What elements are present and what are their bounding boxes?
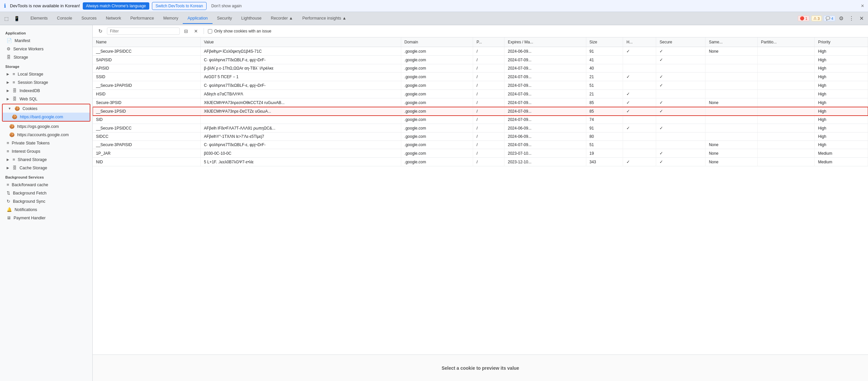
sidebar-item-notifications[interactable]: 🔔 Notifications (0, 205, 92, 214)
table-cell (757, 107, 814, 116)
sidebar-item-session-storage[interactable]: ▶ ≡ Session Storage (0, 78, 92, 86)
table-row[interactable]: SIDCCAFβelhΥ°-1TXΛN lε>7'Λε-ε5Tlμεj7.goo… (93, 133, 868, 141)
sidebar-item-private-state-tokens[interactable]: ≡ Private State Tokens (0, 139, 92, 147)
table-row[interactable]: Secure-3PSIDXθJECMhΨA73nρεσnOθkCCTZ4 ruG… (93, 98, 868, 107)
col-priority[interactable]: Priority (815, 37, 868, 47)
table-cell: 80 (586, 133, 623, 141)
settings-button[interactable]: ⚙ (837, 14, 845, 23)
table-cell (706, 90, 757, 98)
col-value[interactable]: Value (200, 37, 401, 47)
tab-performance[interactable]: Performance (126, 13, 159, 24)
table-cell: 2024-07-09... (504, 98, 586, 107)
table-cell (623, 133, 656, 141)
table-row[interactable]: SID.google.com/2024-07-09...74High (93, 116, 868, 124)
table-cell: 2024-06-09... (504, 47, 586, 56)
back-forward-cache-icon: ≡ (7, 182, 9, 187)
table-cell (706, 133, 757, 141)
table-row[interactable]: __Secure-1PAPISIDC· ψολhprvε7TδεΩBLF-ε, … (93, 81, 868, 90)
table-cell: 2024-07-09... (504, 141, 586, 149)
col-httponly[interactable]: H... (623, 37, 656, 47)
more-options-button[interactable]: ⋮ (847, 14, 856, 23)
refresh-button[interactable]: ↻ (97, 27, 104, 35)
inspect-element-button[interactable]: ⬚ (3, 14, 10, 23)
cookies-icon: 🍪 (14, 106, 20, 111)
table-cell: 91 (586, 124, 623, 133)
clear-filter-button[interactable]: ✕ (192, 28, 199, 35)
tab-performance-insights[interactable]: Performance insights ▲ (298, 13, 351, 24)
table-row[interactable]: APISIDβ-βλN΄ρ ε-1ThΩ,ΩΩAr αη-TBλ΄ lΛρéλκ… (93, 64, 868, 72)
sidebar-section-background-services: Background Services (0, 172, 92, 181)
table-row[interactable]: SSIDAεGD7 5 ΠCEF − 1.google.com/2024-07-… (93, 72, 868, 81)
table-cell (757, 116, 814, 124)
table-cell: / (473, 133, 504, 141)
table-cell: NID (93, 158, 200, 166)
tab-application[interactable]: Application (183, 13, 212, 24)
filter-options-button[interactable]: ⊟ (182, 28, 190, 35)
table-row[interactable]: __Secure-3PSIDCCAFβelhμr• ίCελ0ψκτγΩ1β4S… (93, 47, 868, 56)
preview-placeholder-text: Select a cookie to preview its value (442, 365, 519, 371)
table-row[interactable]: NID5 L+1F. .λεελ0B7λGΨ7-ε•λlε.google.com… (93, 158, 868, 166)
sidebar-item-cookies[interactable]: ▼ 🍪 Cookies (3, 105, 90, 113)
sidebar-item-background-fetch[interactable]: ⇅ Background Fetch (0, 189, 92, 197)
sidebar-item-payment-handler[interactable]: 🖥 Payment Handler (0, 214, 92, 222)
sidebar-item-interest-groups[interactable]: ≡ Interest Groups (0, 147, 92, 155)
sidebar-item-shared-storage[interactable]: ▶ ≡ Shared Storage (0, 155, 92, 164)
expand-icon: ▶ (7, 97, 9, 101)
table-cell (623, 141, 656, 149)
match-language-button[interactable]: Always match Chrome's language (83, 2, 149, 9)
col-partition[interactable]: Partitio... (757, 37, 814, 47)
only-issues-checkbox[interactable] (208, 29, 212, 33)
table-cell: .google.com (401, 98, 473, 107)
close-devtools-button[interactable]: ✕ (858, 14, 865, 23)
sidebar-item-service-workers[interactable]: ⚙ Service Workers (0, 45, 92, 53)
table-row[interactable]: SAPISIDC· ψολhprvε7TδεΩBLF-ε, φρj¬DrF-.g… (93, 56, 868, 64)
sidebar-item-ogs-google[interactable]: 🍪 https://ogs.google.com (0, 122, 92, 130)
col-secure[interactable]: Secure (656, 37, 706, 47)
table-cell: β-βλN΄ρ ε-1ThΩ,ΩΩAr αη-TBλ΄ lΛρéλκε (200, 64, 401, 72)
sidebar-item-label: Notifications (14, 207, 37, 212)
table-row[interactable]: __Secure-3PAPISIDC· ψολhprvε7TδεΩBLF-ε, … (93, 141, 868, 149)
table-cell: 2024-07-09... (504, 56, 586, 64)
col-domain[interactable]: Domain (401, 37, 473, 47)
table-cell: .google.com (401, 90, 473, 98)
filter-input[interactable] (110, 29, 177, 33)
sidebar-item-local-storage[interactable]: ▶ ≡ Local Storage (0, 70, 92, 78)
tab-console[interactable]: Console (52, 13, 77, 24)
close-banner-button[interactable]: × (861, 3, 864, 9)
switch-language-button[interactable]: Switch DevTools to Korean (152, 2, 207, 10)
sidebar-item-background-sync[interactable]: ↻ Background Sync (0, 197, 92, 205)
table-row[interactable]: __Secure-1PSIDCCAFβelh lFδε•FΛA7T-ΛΛΛ91 … (93, 124, 868, 133)
col-expires[interactable]: Expires / Ma... (504, 37, 586, 47)
sidebar-item-storage[interactable]: 🗄 Storage (0, 53, 92, 61)
table-cell: High (815, 116, 868, 124)
table-cell: SIDCC (93, 133, 200, 141)
sidebar-item-indexed-db[interactable]: ▶ 🗄 IndexedDB (0, 86, 92, 95)
tab-security[interactable]: Security (213, 13, 237, 24)
dismiss-banner-button[interactable]: Don't show again (209, 2, 244, 9)
col-size[interactable]: Size (586, 37, 623, 47)
tab-elements[interactable]: Elements (26, 13, 52, 24)
table-cell: None (706, 47, 757, 56)
tab-memory[interactable]: Memory (159, 13, 183, 24)
sidebar-item-bard-google[interactable]: 🍪 https://bard.google.com (3, 113, 90, 121)
tab-recorder[interactable]: Recorder ▲ (266, 13, 298, 24)
table-row[interactable]: HSIDAδlηch α7αCTBΛΛΨΛ.google.com/2024-07… (93, 90, 868, 98)
tab-sources[interactable]: Sources (77, 13, 101, 24)
sidebar-item-cache-storage[interactable]: ▶ 🗄 Cache Storage (0, 164, 92, 172)
table-row[interactable]: __Secure-1PSIDXθJECMhΨA73nρε-DεCTZε uGεω… (93, 107, 868, 116)
tab-network[interactable]: Network (101, 13, 126, 24)
col-name[interactable]: Name (93, 37, 200, 47)
col-samesite[interactable]: Same... (706, 37, 757, 47)
sidebar-item-web-sql[interactable]: ▶ 🗄 Web SQL (0, 95, 92, 103)
sidebar-item-label: Back/forward cache (12, 182, 48, 187)
sidebar-item-back-forward-cache[interactable]: ≡ Back/forward cache (0, 181, 92, 189)
table-cell: SID (93, 116, 200, 124)
sidebar-item-accounts-google[interactable]: 🍪 https://accounts.google.com (0, 130, 92, 139)
table-cell: .google.com (401, 72, 473, 81)
table-row[interactable]: 1P_JARβ030-0C-10-0C.google.com/2023-07-1… (93, 149, 868, 158)
col-path[interactable]: P... (473, 37, 504, 47)
sidebar-item-manifest[interactable]: 📄 Manifest (0, 36, 92, 45)
only-issues-label[interactable]: Only show cookies with an issue (208, 29, 272, 33)
tab-lighthouse[interactable]: Lighthouse (237, 13, 266, 24)
device-toolbar-button[interactable]: 📱 (12, 14, 21, 23)
